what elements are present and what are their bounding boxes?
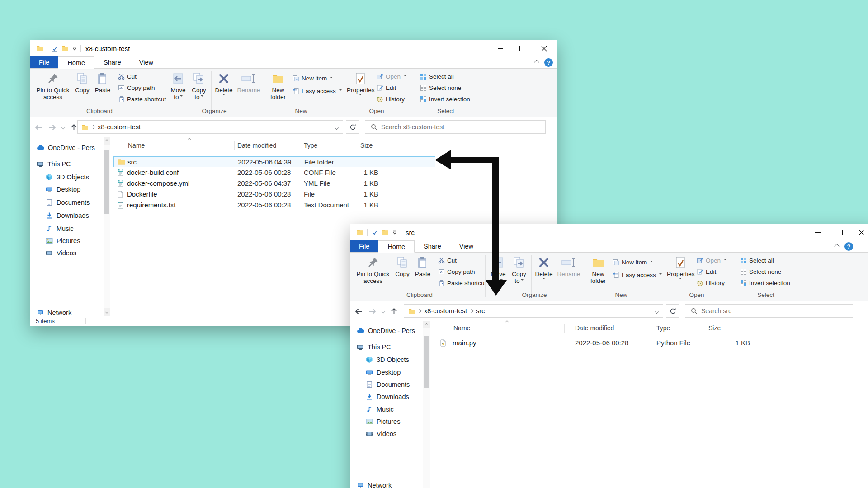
maximize-button[interactable]	[511, 40, 533, 56]
address-bar[interactable]: x8-custom-test src	[404, 304, 663, 318]
open-button[interactable]: Open	[377, 71, 406, 81]
sidebar-item-documents[interactable]: Documents	[350, 380, 424, 389]
help-icon[interactable]: ?	[844, 242, 853, 251]
tab-share[interactable]: Share	[415, 240, 450, 252]
paste-button[interactable]: Paste	[413, 254, 433, 290]
easy-access-button[interactable]: Easy access	[292, 86, 342, 96]
sidebar-item-downloads[interactable]: Downloads	[30, 211, 104, 221]
folder-icon[interactable]	[382, 229, 389, 235]
close-button[interactable]	[850, 224, 868, 240]
column-header-date-modified[interactable]: Date modified	[237, 139, 276, 152]
file-row-docker-compose-yml[interactable]: docker-compose.yml 2022-05-06 04:37 YML …	[113, 178, 435, 189]
properties-check-icon[interactable]	[371, 229, 378, 236]
column-header-size[interactable]: Size	[708, 321, 721, 335]
forward-button[interactable]	[368, 308, 376, 315]
invert-selection-button[interactable]: Invert selection	[740, 278, 790, 288]
scroll-up-icon[interactable]	[423, 321, 430, 328]
back-button[interactable]	[355, 308, 363, 315]
invert-selection-button[interactable]: Invert selection	[420, 94, 470, 104]
file-row-main-py[interactable]: main.py 2022-05-06 00:28 Python File 1 K…	[434, 338, 777, 348]
file-row-docker-build-conf[interactable]: docker-build.conf 2022-05-06 00:28 CONF …	[113, 167, 435, 178]
sidebar-item-desktop[interactable]: Desktop	[30, 184, 104, 194]
new-item-button[interactable]: New item	[292, 73, 333, 83]
sidebar-item-onedrive[interactable]: OneDrive - Pers	[350, 326, 424, 336]
edit-button[interactable]: Edit	[377, 83, 396, 93]
cut-button[interactable]: Cut	[118, 71, 137, 81]
tab-view[interactable]: View	[450, 240, 482, 252]
sidebar-item-network[interactable]: Network	[30, 308, 104, 316]
recent-locations-chevron-icon[interactable]	[61, 125, 65, 129]
collapse-ribbon-icon[interactable]	[534, 60, 539, 65]
open-button[interactable]: Open	[697, 255, 726, 265]
folder-icon[interactable]	[61, 45, 69, 52]
forward-button[interactable]	[48, 124, 56, 131]
sidebar-item-this-pc[interactable]: This PC	[350, 342, 424, 352]
tab-share[interactable]: Share	[94, 56, 130, 68]
select-none-button[interactable]: Select none	[740, 267, 781, 277]
pin-to-quick-access-button[interactable]: Pin to Quick access	[354, 254, 392, 290]
column-header-name[interactable]: Name	[128, 139, 145, 152]
history-button[interactable]: History	[377, 94, 405, 104]
tab-home[interactable]: Home	[58, 56, 94, 69]
up-button[interactable]	[71, 124, 77, 131]
sidebar-item-network[interactable]: Network	[350, 480, 424, 488]
properties-button[interactable]: Properties	[347, 70, 374, 106]
file-row-dockerfile[interactable]: Dockerfile 2022-05-06 00:28 File 1 KB	[113, 189, 435, 200]
properties-check-icon[interactable]	[51, 45, 58, 52]
maximize-button[interactable]	[829, 224, 850, 240]
collapse-ribbon-icon[interactable]	[834, 244, 839, 249]
sidebar-item-desktop[interactable]: Desktop	[350, 367, 424, 377]
customize-toolbar-chevron-icon[interactable]	[72, 47, 77, 51]
delete-button[interactable]: Delete	[213, 70, 235, 106]
column-header-size[interactable]: Size	[360, 139, 373, 152]
address-bar[interactable]: x8-custom-test	[77, 120, 343, 134]
file-row-requirements-txt[interactable]: requirements.txt 2022-05-06 00:28 Text D…	[113, 200, 435, 211]
tab-home[interactable]: Home	[378, 240, 415, 253]
sidebar-scrollbar[interactable]	[423, 321, 430, 488]
sidebar-item-music[interactable]: Music	[350, 404, 424, 414]
history-button[interactable]: History	[697, 278, 725, 288]
up-button[interactable]	[391, 308, 397, 315]
select-all-button[interactable]: Select all	[420, 71, 454, 81]
tab-file[interactable]: File	[350, 240, 378, 252]
select-none-button[interactable]: Select none	[420, 83, 461, 93]
new-folder-button[interactable]: New folder	[265, 70, 291, 106]
copy-path-button[interactable]: Copy path	[118, 83, 155, 93]
help-icon[interactable]: ?	[544, 58, 553, 67]
cut-button[interactable]: Cut	[438, 255, 457, 265]
easy-access-button[interactable]: Easy access	[613, 270, 662, 280]
sidebar-item-onedrive[interactable]: OneDrive - Pers	[30, 143, 104, 153]
search-input[interactable]: Search src	[685, 304, 853, 318]
scrollbar-thumb[interactable]	[424, 336, 429, 388]
new-folder-button[interactable]: New folder	[585, 254, 611, 290]
recent-locations-chevron-icon[interactable]	[382, 309, 385, 313]
move-to-button[interactable]: Move to	[488, 254, 509, 290]
column-header-type[interactable]: Type	[304, 139, 317, 152]
properties-button[interactable]: Properties	[667, 254, 694, 290]
minimize-button[interactable]	[807, 224, 829, 240]
sidebar-item-pictures[interactable]: Pictures	[30, 236, 104, 246]
column-header-type[interactable]: Type	[656, 321, 670, 335]
sidebar-item-videos[interactable]: Videos	[30, 248, 104, 258]
breadcrumb-segment[interactable]: src	[476, 307, 485, 314]
minimize-button[interactable]	[490, 40, 511, 56]
file-row-src[interactable]: src 2022-05-06 04:39 File folder	[113, 156, 435, 167]
copy-to-button[interactable]: Copy to	[509, 254, 529, 290]
paste-button[interactable]: Paste	[93, 70, 113, 106]
sidebar-item-pictures[interactable]: Pictures	[350, 417, 424, 427]
copy-to-button[interactable]: Copy to	[189, 70, 209, 106]
breadcrumb-segment[interactable]: x8-custom-test	[424, 307, 467, 314]
sidebar-item-videos[interactable]: Videos	[350, 429, 424, 439]
select-all-button[interactable]: Select all	[740, 255, 774, 265]
breadcrumb-segment[interactable]: x8-custom-test	[98, 123, 141, 131]
address-dropdown-chevron-icon[interactable]	[656, 307, 663, 314]
scroll-up-icon[interactable]	[104, 137, 110, 145]
sidebar-scrollbar[interactable]	[104, 137, 110, 316]
back-button[interactable]	[35, 124, 42, 131]
paste-shortcut-button[interactable]: Paste shortcut	[438, 278, 486, 288]
paste-shortcut-button[interactable]: Paste shortcut	[118, 94, 166, 104]
sidebar-item-documents[interactable]: Documents	[30, 197, 104, 207]
tab-view[interactable]: View	[130, 56, 162, 68]
sidebar-item-music[interactable]: Music	[30, 224, 104, 234]
copy-button[interactable]: Copy	[73, 70, 92, 106]
